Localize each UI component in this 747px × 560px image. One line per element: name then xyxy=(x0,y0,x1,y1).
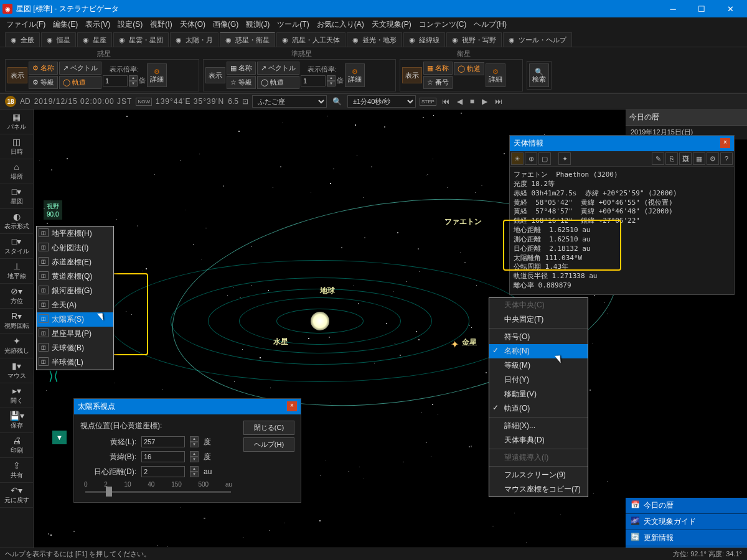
tab[interactable]: ◉太陽・月 xyxy=(170,32,218,47)
rewind-button[interactable]: ⏮ xyxy=(440,97,451,106)
sidebar-item[interactable]: 🖨印刷 xyxy=(0,433,33,458)
sidebar-item[interactable]: ↶▾元に戻す xyxy=(0,483,33,508)
fov-display[interactable]: 6.5 xyxy=(228,97,238,106)
right-nav-item[interactable]: 🌌天文現象ガイド xyxy=(626,514,747,530)
view-menu-item[interactable]: ◫星座早見(P) xyxy=(37,327,113,341)
dialog-close-btn[interactable]: 閉じる(C) xyxy=(243,421,294,435)
planets-orbit[interactable]: ◯軌道 xyxy=(59,76,101,89)
sidebar-item[interactable]: ▸▾開く xyxy=(0,383,33,408)
context-menu-item[interactable]: マウス座標をコピー(7) xyxy=(489,482,588,497)
constellation-select[interactable]: ふたご座 xyxy=(252,95,327,108)
info-tb-grid-icon[interactable]: ▦ xyxy=(693,152,705,165)
planets-name[interactable]: ⚙名称 xyxy=(29,62,58,75)
sat-detail[interactable]: ⚙詳細 xyxy=(486,63,505,87)
close-button[interactable]: ✕ xyxy=(716,0,745,17)
context-menu-item[interactable]: 詳細(X)... xyxy=(489,419,588,433)
menu-item[interactable]: 編集(E) xyxy=(49,17,82,31)
minor-mag[interactable]: ☆等級 xyxy=(227,76,256,89)
minor-orbit[interactable]: ◯軌道 xyxy=(257,76,299,89)
info-tb-pen-icon[interactable]: ✎ xyxy=(652,152,664,165)
stop-button[interactable]: ■ xyxy=(468,97,476,106)
context-menu-item[interactable]: 日付(Y) xyxy=(489,373,588,387)
view-menu-item[interactable]: ◫赤道座標(E) xyxy=(37,255,113,269)
down-marker-icon[interactable]: ▼ xyxy=(52,431,67,444)
sidebar-item[interactable]: ⊘▾方位 xyxy=(0,284,33,309)
fov-icon[interactable]: ⊡ xyxy=(242,97,248,106)
datetime[interactable]: 2019/12/15 02:00:00 JST xyxy=(34,97,133,106)
tab[interactable]: ◉星雲・星団 xyxy=(113,32,169,47)
sidebar-item[interactable]: ✦光跡残し xyxy=(0,334,33,358)
sat-name[interactable]: ▦名称 xyxy=(423,62,453,75)
info-tb-image-icon[interactable]: 🖼 xyxy=(679,152,692,165)
planet-label-venus[interactable]: 金星 xyxy=(462,337,477,348)
sun[interactable] xyxy=(311,312,329,330)
tab[interactable]: ◉ツール・ヘルプ xyxy=(503,32,572,47)
minor-vector[interactable]: ↗ベクトル xyxy=(257,62,299,75)
search-icon[interactable]: 🔍 xyxy=(331,97,344,106)
menu-item[interactable]: 視野(I) xyxy=(146,17,176,31)
lat-input[interactable] xyxy=(141,451,185,462)
sidebar-item[interactable]: ◫日時 xyxy=(0,134,33,159)
view-menu-item[interactable]: ◫心射図法(I) xyxy=(37,241,113,255)
planets-vector[interactable]: ↗ベクトル xyxy=(59,62,101,75)
tab[interactable]: ◉恒星 xyxy=(41,32,76,47)
sidebar-item[interactable]: ⇪共有 xyxy=(0,458,33,483)
info-tb-sun-icon[interactable]: ☀ xyxy=(511,152,524,165)
lon-input[interactable] xyxy=(141,436,185,447)
info-tb-help-icon[interactable]: ? xyxy=(720,152,733,165)
sidebar-item[interactable]: □▾スタイル xyxy=(0,234,33,259)
menu-item[interactable]: ヘルプ(H) xyxy=(470,17,510,31)
info-tb-gear-icon[interactable]: ⚙ xyxy=(707,152,719,165)
sidebar-item[interactable]: ◐表示形式 xyxy=(0,209,33,234)
menu-item[interactable]: 画像(G) xyxy=(209,17,242,31)
menu-item[interactable]: 設定(S) xyxy=(114,17,146,31)
menu-item[interactable]: 表示(V) xyxy=(82,17,114,31)
maximize-button[interactable]: ☐ xyxy=(687,0,716,17)
tab[interactable]: ◉星座 xyxy=(77,32,112,47)
view-menu-item[interactable]: ◫地平座標(H) xyxy=(37,226,113,241)
venus-point[interactable]: ✦ xyxy=(451,338,459,350)
sidebar-item[interactable]: ⊥地平線 xyxy=(0,259,33,284)
menu-item[interactable]: 天体(O) xyxy=(176,17,209,31)
location[interactable]: 139°44'E 35°39'N xyxy=(156,97,224,106)
dialog-close-button[interactable]: × xyxy=(287,401,297,411)
step-button[interactable]: STEP xyxy=(420,98,436,106)
speed-select[interactable]: ±1分40秒/秒 xyxy=(347,95,416,108)
menu-item[interactable]: コンテンツ(C) xyxy=(415,17,471,31)
tab[interactable]: ◉経緯線 xyxy=(403,32,445,47)
context-menu-item[interactable]: 符号(O) xyxy=(489,330,588,344)
info-tb-copy-icon[interactable]: ⎘ xyxy=(665,152,678,165)
planets-scale-input[interactable] xyxy=(103,75,128,86)
sidebar-item[interactable]: ▮▾マウス xyxy=(0,358,33,383)
view-menu-item[interactable]: ◫太陽系(S) xyxy=(37,312,113,327)
info-tb-square-icon[interactable]: ▢ xyxy=(538,152,551,165)
minor-detail[interactable]: ⚙詳細 xyxy=(345,63,365,87)
planets-detail[interactable]: ⚙詳細 xyxy=(147,63,167,87)
right-nav-item[interactable]: 📅今日の暦 xyxy=(626,498,747,514)
context-menu-item[interactable]: 等級(M) xyxy=(489,358,588,373)
info-tb-target-icon[interactable]: ⊕ xyxy=(525,152,537,165)
context-menu-item[interactable]: 天体事典(D) xyxy=(489,433,588,447)
menu-item[interactable]: 観測(J) xyxy=(242,17,273,31)
minor-display[interactable]: 表示 xyxy=(205,67,225,83)
context-menu-item[interactable]: 移動量(V) xyxy=(489,387,588,401)
planet-label-phaethon[interactable]: ファエトン xyxy=(444,217,482,227)
sat-display[interactable]: 表示 xyxy=(402,67,422,83)
context-menu-item[interactable]: ✓名称(N) xyxy=(489,344,588,358)
view-menu-item[interactable]: ◫天球儀(B) xyxy=(37,341,113,355)
now-button[interactable]: NOW xyxy=(136,98,152,106)
sidebar-item[interactable]: ▦パネル xyxy=(0,110,33,134)
play-button[interactable]: ▶ xyxy=(480,97,489,106)
planets-display[interactable]: 表示 xyxy=(7,67,27,83)
info-close-button[interactable]: × xyxy=(720,138,730,148)
tab[interactable]: ◉視野・写野 xyxy=(446,32,502,47)
tab[interactable]: ◉惑星・衛星 xyxy=(220,32,275,47)
search-button[interactable]: 🔍検索 xyxy=(529,63,549,87)
fov-indicator[interactable]: 視野90.0 xyxy=(44,200,62,220)
context-menu-item[interactable]: ✓軌道(O) xyxy=(489,401,588,416)
tab[interactable]: ◉昼光・地形 xyxy=(347,32,402,47)
forward-button[interactable]: ⏭ xyxy=(493,97,504,106)
planet-label-mercury[interactable]: 水星 xyxy=(273,337,288,347)
tab[interactable]: ◉流星・人工天体 xyxy=(276,32,345,47)
context-menu-item[interactable]: 中央固定(T) xyxy=(489,312,588,327)
